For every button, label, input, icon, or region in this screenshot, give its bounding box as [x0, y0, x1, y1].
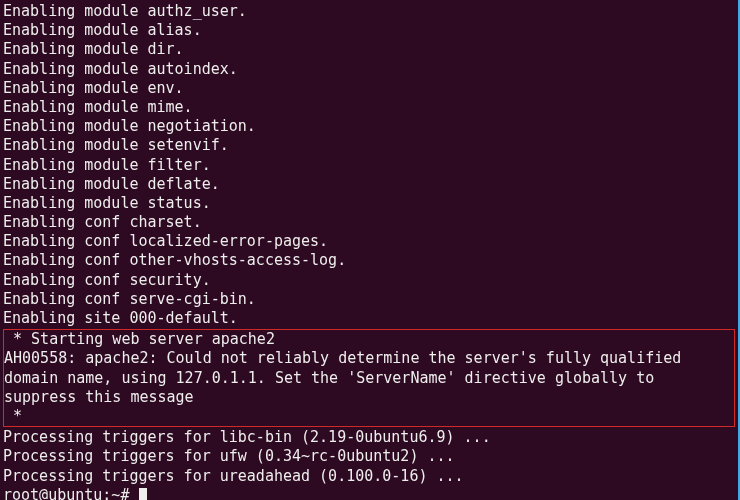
module-line: Enabling module mime. [3, 98, 735, 117]
terminal-output[interactable]: Enabling module authz_user.Enabling modu… [3, 2, 735, 500]
module-line: Enabling conf other-vhosts-access-log. [3, 251, 735, 270]
module-line: Enabling module env. [3, 79, 735, 98]
cursor-icon [139, 488, 147, 500]
apache-start-line: * Starting web server apache2 [4, 330, 734, 349]
trigger-line: Processing triggers for libc-bin (2.19-0… [3, 428, 735, 447]
module-line: Enabling module authz_user. [3, 2, 735, 21]
module-line: Enabling module status. [3, 194, 735, 213]
apache-star-line: * [4, 407, 734, 426]
module-line: Enabling site 000-default. [3, 309, 735, 328]
module-line: Enabling conf security. [3, 271, 735, 290]
trigger-line: Processing triggers for ureadahead (0.10… [3, 467, 735, 486]
module-line: Enabling conf serve-cgi-bin. [3, 290, 735, 309]
module-line: Enabling module filter. [3, 156, 735, 175]
module-line: Enabling conf localized-error-pages. [3, 232, 735, 251]
prompt-line[interactable]: root@ubuntu:~# [3, 486, 735, 500]
trigger-line: Processing triggers for ufw (0.34~rc-0ub… [3, 447, 735, 466]
module-line: Enabling module deflate. [3, 175, 735, 194]
module-line: Enabling module setenvif. [3, 136, 735, 155]
shell-prompt: root@ubuntu:~# [3, 486, 138, 500]
module-line: Enabling conf charset. [3, 213, 735, 232]
highlighted-warning-box: * Starting web server apache2 AH00558: a… [3, 329, 735, 427]
trigger-lines: Processing triggers for libc-bin (2.19-0… [3, 428, 735, 486]
apache-warning-line: AH00558: apache2: Could not reliably det… [4, 349, 734, 407]
module-enable-lines: Enabling module authz_user.Enabling modu… [3, 2, 735, 328]
module-line: Enabling module dir. [3, 40, 735, 59]
module-line: Enabling module alias. [3, 21, 735, 40]
module-line: Enabling module autoindex. [3, 60, 735, 79]
module-line: Enabling module negotiation. [3, 117, 735, 136]
